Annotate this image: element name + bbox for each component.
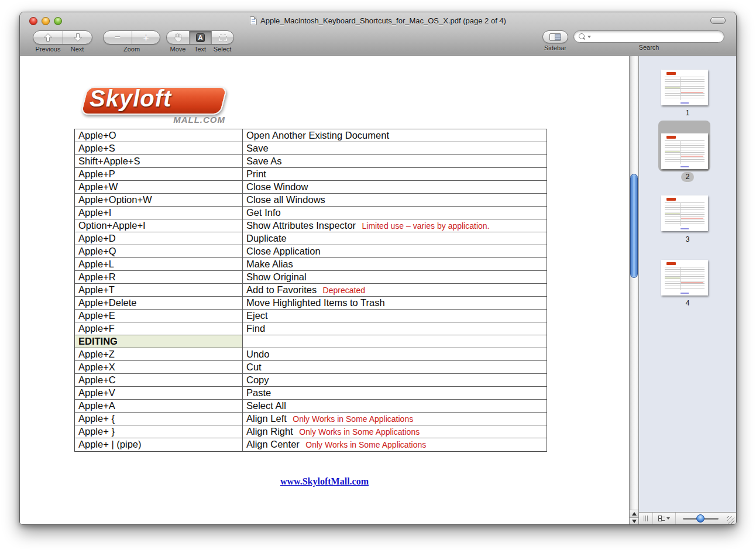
action-text: Save — [246, 143, 269, 153]
sidebar-toggle-button[interactable] — [542, 30, 568, 43]
search-icon — [579, 33, 586, 40]
action-note: Only Works in Some Applications — [305, 440, 426, 449]
skyloftmall-link[interactable]: www.SkyloftMall.com — [280, 476, 369, 486]
table-row: Apple+C Copy — [75, 374, 547, 387]
text-tool-button[interactable]: A — [189, 31, 211, 44]
shortcut-cell: Apple+A — [75, 400, 243, 412]
thumbnail-zoom-slider[interactable] — [683, 513, 719, 524]
arrow-down-icon — [73, 33, 83, 42]
shortcut-cell: Apple+E — [75, 310, 243, 322]
document-proxy-icon[interactable] — [250, 16, 257, 25]
zoom-out-button[interactable]: − — [104, 31, 132, 44]
sidebar-resize-handle[interactable] — [639, 513, 653, 524]
shortcut-cell: Apple+S — [75, 142, 243, 154]
action-cell: Paste — [243, 387, 547, 399]
tool-mode-group: A Move Text Select — [166, 30, 234, 53]
search-scope-arrow-icon[interactable] — [587, 36, 591, 38]
table-row: Apple+Option+W Close all Windows — [75, 194, 547, 207]
action-text: Make Alias — [246, 259, 293, 269]
toolbar-toggle-pill[interactable] — [710, 17, 726, 24]
action-cell: Close Application — [243, 245, 547, 257]
page-thumbnail[interactable] — [661, 70, 708, 105]
shortcut-cell: Apple+P — [75, 168, 243, 180]
thumbnail-column-divider — [680, 140, 681, 164]
move-tool-button[interactable] — [167, 31, 189, 44]
thumbnail-column-divider — [680, 77, 681, 100]
vertical-scrollbar[interactable] — [629, 56, 639, 524]
thumbnail-green-line — [665, 151, 680, 152]
scrollbar-thumb[interactable] — [630, 174, 638, 278]
pdf-page-view[interactable]: Skyloft MALL.COM Apple+O Open Another Ex… — [20, 56, 629, 524]
preview-window: Apple_Macintosh_Keyboard_Shortcuts_for_M… — [19, 12, 737, 525]
page-thumbnail[interactable] — [661, 260, 708, 296]
action-note: Only Works in Some Applications — [293, 414, 413, 424]
thumbnail-link-line — [681, 102, 689, 104]
next-button[interactable] — [63, 31, 92, 44]
action-cell: Save As — [243, 155, 547, 167]
action-cell: Print — [243, 168, 547, 180]
thumbnail-view-options-button[interactable] — [653, 513, 676, 524]
titlebar[interactable]: Apple_Macintosh_Keyboard_Shortcuts_for_M… — [20, 12, 736, 29]
scroll-down-button[interactable] — [630, 517, 638, 524]
table-row: Apple+V Paste — [75, 387, 547, 400]
table-row: Apple+Q Close Application — [75, 245, 547, 258]
action-cell: Close all Windows — [243, 194, 547, 206]
window-resize-grip[interactable] — [727, 516, 734, 524]
thumbnail-logo-mark — [666, 72, 676, 75]
shortcut-cell: Apple+Option+W — [75, 194, 243, 206]
action-cell: Cut — [243, 361, 547, 373]
action-cell: Close Window — [243, 181, 547, 193]
sidebar-toggle-group: Sidebar — [541, 30, 569, 51]
shortcut-cell: Apple+W — [75, 181, 243, 193]
thumbnail-column-divider — [680, 202, 681, 226]
action-text: Select All — [246, 400, 286, 411]
skyloft-logo-text: Skyloft — [90, 85, 171, 112]
shortcut-cell: Apple+ } — [75, 425, 243, 438]
shortcut-cell: Apple+L — [75, 258, 243, 270]
shortcut-cell: Apple+Z — [75, 348, 243, 360]
search-field[interactable] — [573, 30, 724, 43]
scroll-up-button[interactable] — [630, 510, 638, 517]
toolbar: Previous Next − + Zoom — [20, 29, 736, 56]
previous-button[interactable] — [33, 31, 63, 44]
page-thumbnail[interactable] — [661, 133, 708, 169]
sidebar-label: Sidebar — [541, 44, 569, 51]
action-text: Close Window — [246, 181, 308, 192]
action-cell: Open Another Existing Document — [243, 129, 547, 142]
sidebar-icon — [549, 33, 561, 41]
thumbnail-page-number: 3 — [639, 235, 736, 245]
text-tool-icon: A — [196, 33, 205, 42]
table-row: Apple+E Eject — [75, 310, 547, 322]
page-nav-capsule — [33, 30, 92, 44]
action-cell: Duplicate — [243, 232, 547, 245]
table-row: Apple+S Save — [75, 142, 547, 155]
shortcut-cell: Apple+F — [75, 322, 243, 335]
action-text: Find — [246, 323, 265, 334]
action-text: Close all Windows — [246, 194, 325, 205]
thumbnail-green-line — [665, 213, 680, 214]
shortcut-cell: Shift+Apple+S — [75, 155, 243, 167]
action-text: Cut — [246, 362, 262, 372]
action-note: Only Works in Some Applications — [299, 427, 420, 437]
search-input[interactable] — [593, 32, 719, 42]
page-thumbnail[interactable] — [661, 195, 708, 231]
action-text: Align Left — [246, 413, 287, 424]
thumbnail-green-line — [665, 277, 680, 279]
previous-label: Previous — [33, 46, 63, 53]
skyloft-logo-subtext: MALL.COM — [173, 115, 225, 125]
desktop: Apple_Macintosh_Keyboard_Shortcuts_for_M… — [0, 0, 756, 560]
select-tool-button[interactable] — [211, 31, 233, 44]
table-row: Shift+Apple+S Save As — [75, 155, 547, 168]
shortcut-cell: Apple+I — [75, 207, 243, 219]
action-text: Align Right — [246, 426, 293, 437]
shortcut-cell: Apple+O — [75, 129, 243, 142]
table-row: Apple+D Duplicate — [75, 232, 547, 245]
zoom-in-button[interactable]: + — [132, 31, 160, 44]
action-text: Paste — [246, 387, 271, 398]
shortcut-cell: Apple+T — [75, 284, 243, 296]
shortcut-cell: Option+Apple+I — [75, 219, 243, 232]
slider-knob[interactable] — [696, 514, 705, 523]
thumbnail-text-lines — [665, 267, 705, 290]
next-label: Next — [63, 46, 92, 53]
window-title-wrap: Apple_Macintosh_Keyboard_Shortcuts_for_M… — [20, 12, 736, 29]
